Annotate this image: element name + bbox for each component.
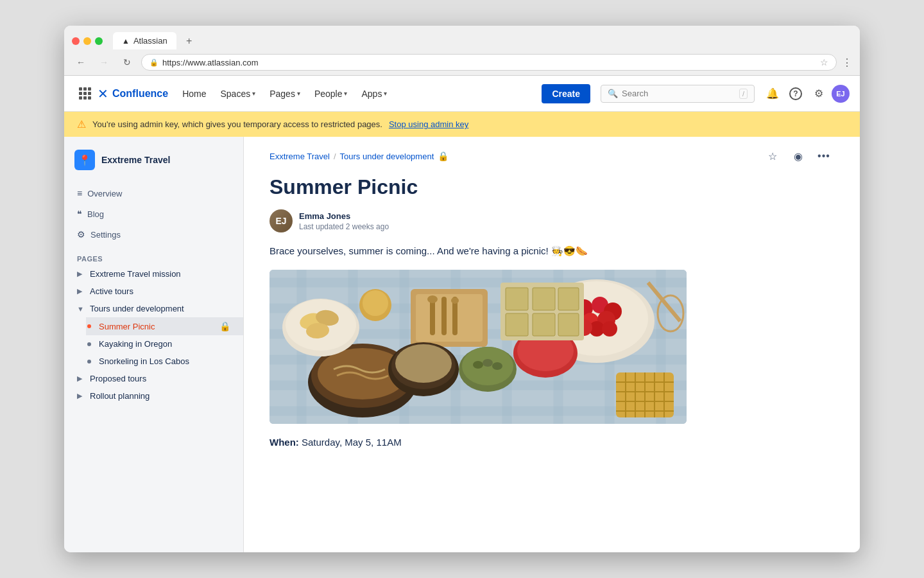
svg-point-44 bbox=[395, 344, 452, 383]
nav-item-apps[interactable]: Apps ▾ bbox=[355, 85, 393, 103]
star-page-button[interactable]: ☆ bbox=[762, 146, 783, 166]
sidebar-item-blog[interactable]: ❝ Blog bbox=[64, 204, 243, 224]
sidebar-item-overview-label: Overview bbox=[87, 189, 122, 198]
top-navigation: ✕ Confluence Home Spaces ▾ Pages ▾ Peopl… bbox=[64, 76, 860, 112]
search-bar[interactable]: 🔍 Search / bbox=[601, 85, 755, 103]
ssl-lock-icon: 🔒 bbox=[150, 58, 158, 67]
last-updated: Last updated 2 weeks ago bbox=[299, 222, 389, 231]
space-icon: 📍 bbox=[74, 150, 95, 170]
notification-button[interactable]: 🔔 bbox=[762, 83, 783, 104]
settings-button[interactable]: ⚙ bbox=[809, 83, 829, 104]
help-icon: ? bbox=[789, 87, 802, 100]
page-item-mission-label: Exxtreme Travel mission bbox=[90, 269, 230, 279]
nav-actions: 🔔 ? ⚙ EJ bbox=[762, 83, 850, 104]
svg-rect-57 bbox=[506, 313, 528, 336]
reload-button[interactable]: ↻ bbox=[118, 53, 136, 71]
forward-button[interactable]: → bbox=[95, 53, 113, 71]
svg-rect-58 bbox=[533, 288, 555, 310]
nav-item-home-label: Home bbox=[182, 89, 206, 99]
when-label: When: bbox=[270, 437, 299, 448]
search-shortcut: / bbox=[739, 89, 748, 99]
user-avatar[interactable]: EJ bbox=[832, 85, 850, 103]
nav-item-spaces[interactable]: Spaces ▾ bbox=[214, 85, 262, 103]
nav-item-spaces-label: Spaces bbox=[220, 89, 250, 99]
page-chevron-active-icon: ▶ bbox=[77, 287, 86, 295]
back-button[interactable]: ← bbox=[72, 53, 90, 71]
more-actions-button[interactable]: ••• bbox=[814, 146, 834, 166]
admin-banner: ⚠ You're using admin key, which gives yo… bbox=[64, 112, 860, 137]
watch-page-button[interactable]: ◉ bbox=[788, 146, 809, 166]
breadcrumb: Exxtreme Travel / Tours under developmen… bbox=[270, 151, 449, 161]
apps-grid-button[interactable] bbox=[74, 83, 95, 104]
watch-icon: ◉ bbox=[794, 150, 803, 162]
nav-item-home[interactable]: Home bbox=[176, 85, 212, 103]
settings-icon: ⚙ bbox=[814, 87, 823, 100]
page-item-kayaking[interactable]: Kayaking in Oregon bbox=[86, 335, 243, 353]
address-bar[interactable]: 🔒 https://www.atlassian.com ☆ bbox=[141, 54, 837, 71]
sidebar-item-settings[interactable]: ⚙ Settings bbox=[64, 224, 243, 245]
svg-point-37 bbox=[473, 361, 483, 369]
pages-label: PAGES bbox=[64, 250, 243, 265]
svg-point-39 bbox=[492, 362, 502, 370]
food-photo bbox=[270, 270, 687, 424]
confluence-logo-text: Confluence bbox=[112, 88, 168, 100]
page-item-snorkeling[interactable]: Snorkeling in Los Cabos bbox=[86, 353, 243, 370]
page-item-mission[interactable]: ▶ Exxtreme Travel mission bbox=[64, 265, 243, 283]
page-sub-items: Summer Picnic 🔒 Kayaking in Oregon Snork… bbox=[64, 317, 243, 370]
breadcrumb-space[interactable]: Exxtreme Travel bbox=[270, 152, 330, 161]
admin-banner-text: You're using admin key, which gives you … bbox=[92, 119, 382, 129]
page-item-active-tours-label: Active tours bbox=[90, 286, 230, 296]
sidebar-item-overview[interactable]: ≡ Overview bbox=[64, 183, 243, 204]
nav-item-pages-label: Pages bbox=[270, 89, 295, 99]
apps-chevron-icon: ▾ bbox=[384, 90, 387, 97]
help-button[interactable]: ? bbox=[785, 83, 806, 104]
confluence-logo-icon: ✕ bbox=[98, 86, 108, 101]
nav-items: Home Spaces ▾ Pages ▾ People ▾ Apps ▾ bbox=[176, 85, 539, 103]
author-avatar: EJ bbox=[270, 209, 293, 232]
sidebar: 📍 Exxtreme Travel ≡ Overview ❝ Blog ⚙ bbox=[64, 137, 244, 552]
space-name: Exxtreme Travel bbox=[101, 155, 170, 165]
url-text: https://www.atlassian.com bbox=[162, 58, 816, 67]
close-button[interactable] bbox=[72, 37, 80, 45]
page-item-proposed[interactable]: ▶ Proposed tours bbox=[64, 370, 243, 387]
content-area: Exxtreme Travel / Tours under developmen… bbox=[244, 137, 860, 552]
page-chevron-rollout-icon: ▶ bbox=[77, 392, 86, 400]
sidebar-header: 📍 Exxtreme Travel bbox=[64, 137, 243, 178]
nav-item-pages[interactable]: Pages ▾ bbox=[263, 85, 307, 103]
page-intro: Brace yourselves, summer is coming... An… bbox=[270, 245, 834, 257]
breadcrumb-page[interactable]: Tours under development bbox=[340, 152, 434, 161]
confluence-logo[interactable]: ✕ Confluence bbox=[98, 86, 168, 101]
stop-admin-key-link[interactable]: Stop using admin key bbox=[389, 119, 468, 129]
bookmark-icon[interactable]: ☆ bbox=[820, 57, 828, 67]
sidebar-item-settings-label: Settings bbox=[90, 230, 121, 240]
browser-more-button[interactable]: ⋮ bbox=[842, 57, 852, 69]
page-item-snorkeling-label: Snorkeling in Los Cabos bbox=[99, 356, 230, 366]
page-item-tours-dev[interactable]: ▼ Tours under development bbox=[64, 300, 243, 317]
author-avatar-image: EJ bbox=[270, 209, 293, 232]
create-button[interactable]: Create bbox=[542, 84, 590, 103]
page-chevron-proposed-icon: ▶ bbox=[77, 374, 86, 383]
breadcrumb-lock-icon: 🔒 bbox=[438, 151, 449, 161]
search-placeholder: Search bbox=[622, 89, 735, 98]
page-item-rollout[interactable]: ▶ Rollout planning bbox=[64, 387, 243, 405]
notification-icon: 🔔 bbox=[766, 87, 779, 100]
new-tab-button[interactable]: + bbox=[182, 33, 197, 49]
sidebar-nav: ≡ Overview ❝ Blog ⚙ Settings bbox=[64, 178, 243, 250]
when-date: Saturday, May 5, 11AM bbox=[302, 437, 402, 448]
svg-point-24 bbox=[451, 297, 459, 304]
svg-rect-59 bbox=[533, 313, 555, 336]
svg-point-34 bbox=[602, 321, 617, 337]
page-content: Summer Picnic EJ Emma Jones Last updated… bbox=[244, 175, 860, 473]
page-title: Summer Picnic bbox=[270, 175, 834, 199]
page-item-summer-picnic[interactable]: Summer Picnic 🔒 bbox=[86, 317, 243, 335]
page-dot-snorkeling-icon bbox=[87, 360, 91, 363]
spaces-chevron-icon: ▾ bbox=[252, 90, 255, 97]
breadcrumb-separator: / bbox=[334, 152, 336, 161]
nav-item-people[interactable]: People ▾ bbox=[308, 85, 354, 103]
author-row: EJ Emma Jones Last updated 2 weeks ago bbox=[270, 209, 834, 232]
traffic-lights bbox=[72, 37, 103, 45]
minimize-button[interactable] bbox=[83, 37, 91, 45]
page-item-active-tours[interactable]: ▶ Active tours bbox=[64, 283, 243, 300]
maximize-button[interactable] bbox=[95, 37, 103, 45]
browser-tab[interactable]: ▲ Atlassian bbox=[113, 32, 176, 49]
